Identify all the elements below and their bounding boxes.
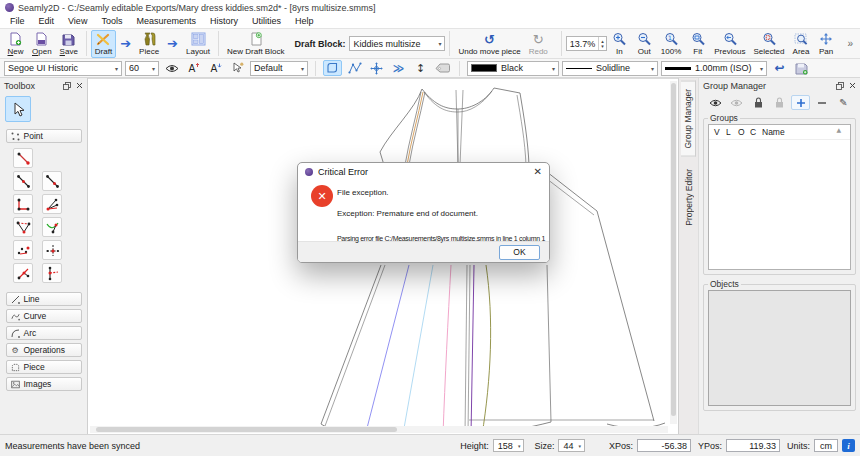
vertical-scroll-thumb[interactable]	[671, 83, 676, 416]
point-tool-button[interactable]	[13, 194, 33, 214]
column-locked[interactable]: L	[726, 127, 738, 137]
canvas-horizontal-scrollbar[interactable]	[90, 426, 668, 433]
column-name[interactable]: Name	[762, 127, 785, 137]
dialog-app-icon	[305, 168, 313, 176]
close-panel-icon[interactable]	[849, 82, 856, 89]
point-tool-button[interactable]	[42, 194, 62, 214]
ok-button[interactable]: OK	[499, 245, 540, 260]
zoom-100-button[interactable]: 1 100%	[657, 30, 685, 58]
save-button[interactable]: Save	[56, 30, 82, 58]
size-combobox[interactable]: 44 ▾	[558, 439, 585, 452]
point-tool-button[interactable]	[42, 240, 62, 260]
point-tool-button[interactable]	[13, 148, 33, 168]
unlock-groups-button[interactable]	[770, 95, 789, 110]
xpos-value: -56.38	[637, 439, 691, 452]
point-tool-button[interactable]	[42, 171, 62, 191]
dialog-close-icon[interactable]: ✕	[534, 167, 542, 177]
tab-group-manager[interactable]: Group Manager	[681, 81, 696, 157]
point-style-button[interactable]	[228, 60, 247, 76]
arrow-select-tool-button[interactable]	[5, 96, 31, 122]
hide-groups-button[interactable]	[727, 95, 746, 110]
spinner-arrows[interactable]: ▴▾	[598, 37, 606, 50]
union-select-tool-button[interactable]	[323, 60, 342, 76]
tag-tool-button[interactable]	[433, 60, 452, 76]
undo-button[interactable]: ↺ Undo move piece	[454, 30, 524, 58]
toolbox-section-arc[interactable]: Arc	[6, 326, 82, 340]
draft-block-combobox[interactable]: Kiddies multisize ▾	[349, 36, 445, 51]
menu-utilities[interactable]: Utilities	[245, 15, 288, 28]
horizontal-scroll-thumb[interactable]	[96, 427, 397, 432]
point-tool-button[interactable]	[13, 240, 33, 260]
chevrons-tool-button[interactable]: ≫	[389, 60, 408, 76]
float-panel-icon[interactable]	[63, 82, 71, 90]
point-tool-button[interactable]	[13, 217, 33, 237]
piece-mode-button[interactable]: Piece	[135, 30, 163, 58]
dialog-title-bar[interactable]: Critical Error ✕	[298, 163, 549, 180]
vertical-axis-tool-button[interactable]: ↕	[411, 60, 430, 76]
pan-button[interactable]: Pan	[814, 30, 839, 58]
zoom-selected-button[interactable]: Selected	[749, 30, 788, 58]
objects-list[interactable]	[708, 290, 851, 406]
info-icon[interactable]: i	[842, 439, 855, 452]
show-labels-eye-button[interactable]	[162, 60, 181, 76]
toolbox-section-operations[interactable]: ⚙ Operations	[6, 343, 82, 357]
line-color-combobox[interactable]: Black ▾	[467, 61, 559, 76]
layout-mode-button[interactable]: Layout	[182, 30, 214, 58]
polyline-tool-button[interactable]	[345, 60, 364, 76]
zoom-previous-button[interactable]: Previous	[710, 30, 749, 58]
float-panel-icon[interactable]	[836, 82, 844, 90]
toolbox-section-line[interactable]: Line	[6, 292, 82, 306]
menu-history[interactable]: History	[203, 15, 245, 28]
groups-list[interactable]: V L O C Name ▲	[708, 124, 851, 270]
column-visible[interactable]: V	[714, 127, 726, 137]
zoom-area-button[interactable]: Area	[789, 30, 814, 58]
menu-measurements[interactable]: Measurements	[129, 15, 203, 28]
menu-edit[interactable]: Edit	[32, 15, 62, 28]
zoom-fit-button[interactable]: Fit	[685, 30, 710, 58]
increase-label-size-button[interactable]: A	[184, 60, 203, 76]
menu-tools[interactable]: Tools	[94, 15, 129, 28]
column-c[interactable]: C	[750, 127, 762, 137]
decrease-label-size-button[interactable]: A	[206, 60, 225, 76]
remove-group-button[interactable]	[813, 95, 832, 110]
new-button[interactable]: New	[3, 30, 28, 58]
zoom-out-button[interactable]: Out	[632, 30, 657, 58]
font-size-combobox[interactable]: 60 ▾	[125, 61, 159, 76]
lock-groups-button[interactable]	[749, 95, 768, 110]
point-style-combobox[interactable]: Default ▾	[250, 61, 308, 76]
zoom-in-button[interactable]: In	[607, 30, 632, 58]
toolbox-section-images[interactable]: Images	[6, 377, 82, 391]
move-tool-button[interactable]	[367, 60, 386, 76]
menu-help[interactable]: Help	[288, 15, 321, 28]
toolbox-section-piece[interactable]: Piece	[6, 360, 82, 374]
point-tool-button[interactable]	[42, 263, 62, 283]
canvas-vertical-scrollbar[interactable]	[670, 81, 677, 424]
reset-styles-button[interactable]: ↩	[770, 60, 789, 76]
line-type-combobox[interactable]: Solidline ▾	[562, 61, 658, 76]
open-button[interactable]: Open	[28, 30, 56, 58]
point-tool-button[interactable]	[42, 217, 62, 237]
point-tool-button[interactable]	[13, 263, 33, 283]
chevron-down-icon: ▾	[115, 65, 118, 72]
redo-button[interactable]: ↻ Redo	[525, 30, 552, 58]
edit-group-button[interactable]: ✎	[834, 95, 853, 110]
arc-section-icon	[11, 329, 20, 338]
column-o[interactable]: O	[738, 127, 750, 137]
menu-file[interactable]: File	[3, 15, 32, 28]
toolbar-overflow-button[interactable]: »	[847, 38, 857, 49]
height-combobox[interactable]: 158 ▾	[493, 439, 525, 452]
line-weight-combobox[interactable]: 1.00mm (ISO) ▾	[661, 61, 767, 76]
close-panel-icon[interactable]	[76, 82, 83, 89]
menu-view[interactable]: View	[61, 15, 94, 28]
add-group-button[interactable]	[791, 95, 810, 110]
draft-mode-button[interactable]: Draft	[91, 30, 116, 58]
zoom-spinbox[interactable]: 13.7% ▴▾	[566, 36, 607, 51]
show-groups-button[interactable]	[706, 95, 725, 110]
tab-property-editor[interactable]: Property Editor	[682, 162, 696, 233]
font-combobox[interactable]: Segoe UI Historic ▾	[4, 61, 122, 76]
point-tool-button[interactable]	[13, 171, 33, 191]
save-style-button[interactable]	[792, 60, 811, 76]
toolbox-section-point[interactable]: Point	[6, 129, 82, 143]
toolbox-section-curve[interactable]: Curve	[6, 309, 82, 323]
new-draft-block-button[interactable]: New Draft Block	[223, 30, 288, 58]
